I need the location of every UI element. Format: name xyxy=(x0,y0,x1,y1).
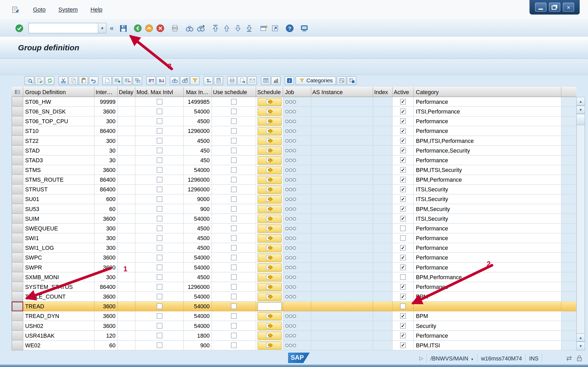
schedule-button[interactable] xyxy=(257,331,281,339)
select-all-header[interactable] xyxy=(12,87,23,97)
calculate-icon[interactable] xyxy=(214,76,223,85)
active-checkbox[interactable] xyxy=(400,157,406,163)
job-chain-icon[interactable] xyxy=(285,187,296,191)
mod-max-intvl-checkbox[interactable] xyxy=(157,255,162,260)
active-checkbox[interactable] xyxy=(400,284,406,289)
command-field[interactable] xyxy=(29,25,98,31)
use-schedule-checkbox[interactable] xyxy=(231,313,236,319)
table-row[interactable]: SUIM 3600 54000 ITSI,Security xyxy=(12,214,576,224)
table-row[interactable]: SWI1 300 4500 Performance xyxy=(12,233,576,243)
menu-item-system[interactable]: System xyxy=(58,6,78,13)
status-system-dropdown-icon[interactable]: ▼ xyxy=(470,357,474,361)
scroll-page-up-button[interactable]: ▲ xyxy=(577,333,585,342)
mod-max-intvl-checkbox[interactable] xyxy=(157,225,162,231)
use-schedule-checkbox[interactable] xyxy=(231,138,236,143)
schedule-button[interactable] xyxy=(257,185,281,193)
table-row[interactable]: ST06_SN_DISK 3600 54000 ITSI,Performance xyxy=(12,107,576,116)
find-icon[interactable] xyxy=(170,76,179,85)
table-row[interactable]: SYSTEM_STATUS 86400 1296000 Performance xyxy=(12,282,576,292)
export-icon[interactable] xyxy=(237,76,247,85)
header-use-schedule[interactable]: Use schedule xyxy=(212,87,256,97)
header-max-in[interactable]: Max In… xyxy=(184,87,212,97)
mod-max-intvl-checkbox[interactable] xyxy=(157,333,162,338)
use-schedule-checkbox[interactable] xyxy=(231,225,236,231)
mod-max-intvl-checkbox[interactable] xyxy=(157,274,162,280)
mod-max-intvl-checkbox[interactable] xyxy=(157,284,162,289)
row-selector[interactable] xyxy=(12,292,23,301)
window-minimize-button[interactable] xyxy=(535,3,546,12)
job-chain-icon[interactable] xyxy=(285,295,296,298)
menu-icon[interactable] xyxy=(10,5,20,14)
schedule-button[interactable] xyxy=(257,263,281,271)
job-chain-icon[interactable] xyxy=(285,110,296,113)
table-row[interactable]: SWI1_LOG 300 4500 Performance xyxy=(12,243,576,253)
mod-max-intvl-checkbox[interactable] xyxy=(157,157,162,163)
active-checkbox[interactable] xyxy=(400,323,406,328)
row-selector[interactable] xyxy=(12,97,23,107)
mod-max-intvl-checkbox[interactable] xyxy=(157,167,162,172)
table-row[interactable]: STAD 30 450 Performance,Security xyxy=(12,146,576,155)
lock-icon[interactable] xyxy=(575,354,583,362)
schedule-button[interactable] xyxy=(257,283,281,291)
create-shortcut-icon[interactable] xyxy=(270,23,280,33)
new-entry-icon[interactable] xyxy=(102,76,112,85)
table-row[interactable]: SXMB_MONI 300 4500 BPM,Performance xyxy=(12,272,576,282)
row-selector[interactable] xyxy=(12,224,23,233)
paste-icon[interactable] xyxy=(79,76,88,85)
back-icon[interactable] xyxy=(133,23,143,33)
collapse-toolbar-button[interactable]: « xyxy=(110,24,114,32)
schedule-button[interactable] xyxy=(257,205,281,213)
mod-max-intvl-checkbox[interactable] xyxy=(157,245,162,251)
info-icon[interactable] xyxy=(285,76,294,85)
use-schedule-checkbox[interactable] xyxy=(231,323,236,328)
header-mod-max-intvl[interactable]: Mod. Max Intvl xyxy=(135,87,184,97)
header-delay[interactable]: Delay xyxy=(118,87,135,97)
header-group-definition[interactable]: Group Definition xyxy=(23,87,95,97)
schedule-button[interactable] xyxy=(257,322,281,330)
table-view-icon[interactable] xyxy=(261,76,271,85)
row-selector[interactable] xyxy=(12,175,23,185)
scrollbar-thumb[interactable] xyxy=(577,114,585,125)
table-row[interactable]: STRUST 86400 1296000 ITSI,Security xyxy=(12,185,576,195)
schedule-button[interactable] xyxy=(257,312,281,320)
active-checkbox[interactable] xyxy=(400,148,406,153)
scrollbar-track[interactable] xyxy=(577,125,585,333)
last-page-icon[interactable] xyxy=(244,23,254,33)
active-checkbox[interactable] xyxy=(400,313,406,319)
choose-details-icon[interactable] xyxy=(25,76,34,85)
use-schedule-checkbox[interactable] xyxy=(231,167,236,172)
job-chain-icon[interactable] xyxy=(285,343,296,347)
check-entries-icon[interactable] xyxy=(35,76,44,85)
job-chain-icon[interactable] xyxy=(285,217,296,220)
cancel-icon[interactable] xyxy=(155,23,165,33)
table-row[interactable]: SWPR 3600 54000 Performance xyxy=(12,263,576,272)
refresh-icon[interactable] xyxy=(45,76,55,85)
mod-max-intvl-checkbox[interactable] xyxy=(157,138,162,143)
sort-descending-icon[interactable] xyxy=(156,76,166,85)
mod-max-intvl-checkbox[interactable] xyxy=(157,148,162,153)
active-checkbox[interactable] xyxy=(400,235,406,241)
mod-max-intvl-checkbox[interactable] xyxy=(157,323,162,328)
active-checkbox[interactable] xyxy=(400,118,406,124)
schedule-button[interactable] xyxy=(257,176,281,184)
header-interval[interactable]: Inter… xyxy=(94,87,118,97)
sum-icon[interactable] xyxy=(204,76,213,85)
job-chain-icon[interactable] xyxy=(285,129,296,133)
row-selector[interactable] xyxy=(12,185,23,195)
row-selector[interactable] xyxy=(12,165,23,175)
use-schedule-checkbox[interactable] xyxy=(231,109,236,114)
row-selector[interactable] xyxy=(12,214,23,224)
job-chain-icon[interactable] xyxy=(285,197,296,201)
schedule-button[interactable] xyxy=(257,292,281,300)
table-row[interactable]: STAD3 30 450 Performance xyxy=(12,155,576,165)
active-checkbox[interactable] xyxy=(400,99,406,104)
table-row[interactable]: ST06_TOP_CPU 300 4500 Performance xyxy=(12,116,576,126)
print-icon[interactable] xyxy=(169,23,180,33)
active-checkbox[interactable] xyxy=(400,274,406,280)
schedule-button[interactable] xyxy=(257,224,281,232)
active-checkbox[interactable] xyxy=(400,342,406,348)
copy-icon[interactable] xyxy=(69,76,78,85)
table-row[interactable]: TREAD_DYN 3600 54000 BPM xyxy=(12,311,576,321)
job-chain-icon[interactable] xyxy=(285,158,296,162)
schedule-button[interactable] xyxy=(257,302,281,310)
